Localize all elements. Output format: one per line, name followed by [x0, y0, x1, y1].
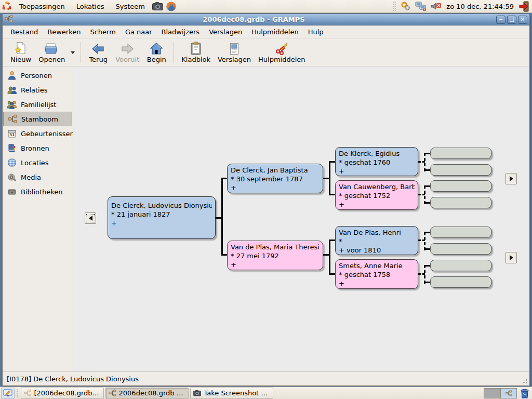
workspace-2-current[interactable]: [500, 389, 516, 398]
menu-verslagen[interactable]: Verslagen: [204, 26, 247, 38]
person-box-unknown: [430, 243, 491, 255]
workspace-1[interactable]: [484, 389, 500, 398]
person-box-unknown: [430, 164, 491, 176]
person-death: +: [111, 219, 212, 228]
sidebar-item-familielijst[interactable]: Familielijst: [3, 97, 72, 112]
menu-bladwijzers[interactable]: Bladwijzers: [157, 26, 205, 38]
tools-label: Hulpmiddelen: [258, 56, 305, 63]
task-button-gramps-minimized[interactable]: [2006dec08.grdb -...: [21, 388, 104, 399]
screenshot-launcher-icon[interactable]: [151, 0, 164, 12]
person-birth: * geschat 1752: [339, 191, 415, 200]
pedigree-nav-right-top-button[interactable]: [506, 173, 517, 184]
pedigree-connector: [329, 194, 335, 195]
scratchpad-button[interactable]: Kladblok: [178, 40, 214, 65]
pedigree-nav-left-button[interactable]: [85, 212, 96, 224]
resize-grip[interactable]: [520, 376, 528, 384]
panel-drag-handle[interactable]: [393, 1, 396, 11]
sidebar-item-locaties[interactable]: Locaties: [3, 155, 72, 170]
distro-logo-icon[interactable]: [1, 0, 13, 12]
task-label: 2006dec08.grdb - ...: [119, 389, 185, 397]
gnome-bottom-panel: [2006dec08.grdb -... 2006dec08.grdb - ..…: [0, 387, 532, 399]
window-title: 2006dec08.grdb - GRAMPS: [13, 16, 495, 23]
person-box-unknown: [430, 227, 491, 238]
tools-button[interactable]: Hulpmiddelen: [255, 40, 309, 65]
open-icon: [45, 42, 59, 55]
person-box-mother[interactable]: Van de Plas, Maria Theresia * 27 mei 179…: [227, 241, 323, 270]
menu-applications[interactable]: Toepassingen: [14, 0, 71, 13]
pedigree-connector-dashed: [424, 185, 430, 187]
updates-icon[interactable]: [400, 0, 412, 12]
home-button[interactable]: Begin: [143, 40, 170, 65]
open-button[interactable]: Openen: [35, 40, 69, 65]
person-name: Van De Plas, Henri: [339, 228, 415, 237]
sidebar-label: Bronnen: [21, 144, 49, 152]
pedigree-connector: [329, 240, 335, 241]
menu-ga-naar[interactable]: Ga naar: [121, 26, 157, 38]
person-birth: * 21 januari 1827: [111, 210, 212, 219]
menubar: Bestand Bewerken Scherm Ga naar Bladwijz…: [3, 25, 529, 39]
task-button-screenshot[interactable]: Take Screenshot w...: [190, 388, 273, 399]
screenshot-task-icon: [193, 390, 201, 396]
pedigree-connector: [329, 273, 335, 275]
sidebar-item-bibliotheken[interactable]: Bibliotheken: [3, 184, 72, 199]
person-box-grandmother-maternal[interactable]: Smets, Anne Marie * geschat 1758 +: [335, 259, 418, 289]
menu-hulp[interactable]: Hulp: [303, 26, 328, 38]
sidebar-item-personen[interactable]: Personen: [3, 68, 72, 83]
sidebar-item-media[interactable]: Media: [3, 170, 72, 184]
person-box-father[interactable]: De Clerck, Jan Baptista * 30 september 1…: [227, 164, 323, 193]
reports-button[interactable]: Verslagen: [214, 40, 255, 65]
close-button[interactable]: ✕: [518, 16, 527, 24]
person-birth: * 30 september 1787: [231, 175, 320, 183]
show-desktop-button[interactable]: [1, 388, 15, 399]
pedigree-nav-right-bottom-button[interactable]: [506, 252, 517, 263]
menu-applications-label: Toepassingen: [19, 3, 65, 10]
person-birth: * geschat 1758: [339, 270, 415, 279]
menu-hulpmiddelen[interactable]: Hulpmiddelen: [247, 26, 303, 38]
person-box-root[interactable]: De Clerck, Ludovicus Dionysius * 21 janu…: [108, 196, 216, 239]
volume-muted-icon[interactable]: [430, 0, 442, 12]
menu-system[interactable]: Systeem: [110, 0, 151, 13]
sidebar-label: Media: [21, 174, 41, 181]
show-desktop-icon: [3, 389, 12, 397]
sidebar-item-relaties[interactable]: Relaties: [3, 83, 72, 97]
menu-places[interactable]: Lokaties: [71, 0, 110, 13]
trash-applet[interactable]: [518, 388, 531, 399]
sidebar-label: Locaties: [21, 159, 49, 167]
minimize-button[interactable]: ─: [496, 16, 506, 24]
firefox-icon[interactable]: [165, 0, 177, 12]
menu-scherm[interactable]: Scherm: [85, 26, 120, 38]
person-death: +: [339, 200, 415, 209]
repositories-icon: [7, 187, 17, 197]
maximize-button[interactable]: □: [507, 16, 516, 24]
forward-icon: [121, 42, 134, 55]
sidebar-item-stamboom[interactable]: Stamboom: [3, 112, 72, 126]
sidebar-item-gebeurtenissen[interactable]: 31 Gebeurtenissen: [3, 126, 72, 141]
titlebar[interactable]: 2006dec08.grdb - GRAMPS ─ □ ✕: [3, 14, 529, 25]
task-label: [2006dec08.grdb -...: [34, 389, 101, 397]
person-name: Van de Plas, Maria Theresia: [231, 243, 320, 251]
logout-icon[interactable]: [518, 0, 530, 12]
menu-bestand[interactable]: Bestand: [6, 26, 43, 38]
back-icon: [91, 42, 105, 55]
person-death: +: [231, 183, 320, 192]
open-dropdown-arrow-icon[interactable]: [69, 40, 77, 65]
person-box-grandfather-maternal[interactable]: Van De Plas, Henri * + voor 1810: [335, 226, 418, 255]
sidebar-label: Familielijst: [21, 101, 56, 109]
pedigree-connector: [329, 161, 335, 163]
workspace-window-icon: [506, 390, 512, 396]
network-icon[interactable]: [415, 0, 427, 12]
back-button[interactable]: Terug: [85, 40, 112, 65]
panel-clock[interactable]: zo 10 dec, 21:44:59: [444, 3, 516, 10]
person-box-grandfather-paternal[interactable]: De Klerck, Egidius * geschat 1760 +: [335, 147, 418, 176]
new-button[interactable]: Nieuw: [7, 40, 35, 65]
home-icon: [150, 42, 163, 55]
forward-button[interactable]: Vooruit: [112, 40, 143, 65]
sidebar-item-bronnen[interactable]: Bronnen: [3, 141, 72, 155]
person-name: De Klerck, Egidius: [339, 149, 415, 158]
person-death: +: [339, 279, 415, 288]
person-box-grandmother-paternal[interactable]: Van Cauwenberg, Barbe * geschat 1752 +: [335, 180, 418, 210]
pedigree-connector-dashed: [424, 265, 425, 284]
forward-label: Vooruit: [115, 56, 139, 63]
task-button-gramps-active[interactable]: 2006dec08.grdb - ...: [105, 388, 189, 399]
menu-bewerken[interactable]: Bewerken: [43, 26, 85, 38]
